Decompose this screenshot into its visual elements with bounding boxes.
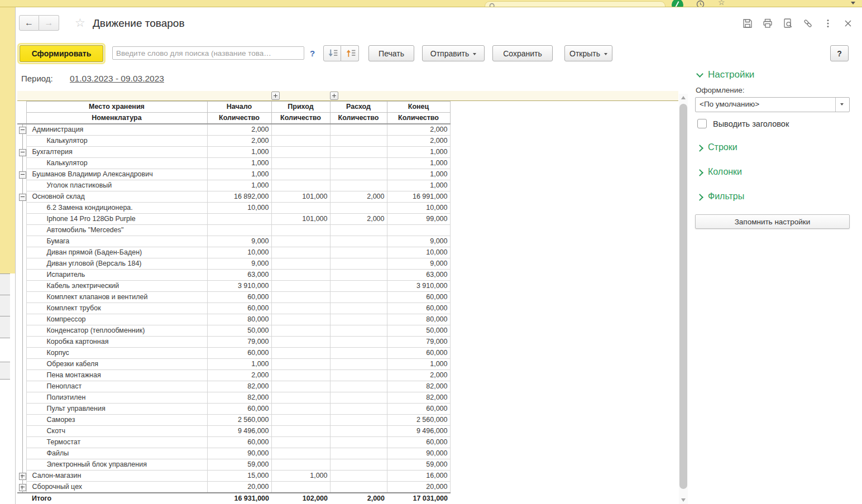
cell-name[interactable]: Бухгалтерия: [26, 147, 207, 158]
history-icon[interactable]: [696, 0, 705, 7]
cell-value[interactable]: [271, 225, 330, 236]
topbar-menu-caret-icon[interactable]: [851, 2, 855, 4]
cell-value[interactable]: [330, 459, 387, 471]
cell-value[interactable]: [330, 437, 387, 448]
cell-name[interactable]: Коробка картонная: [26, 337, 207, 348]
cell-value[interactable]: 60,000: [387, 348, 450, 359]
cell-value[interactable]: [330, 136, 387, 147]
cell-name[interactable]: Кабель электрический: [26, 281, 207, 292]
cell-name[interactable]: Диван угловой (Версаль 184): [26, 258, 207, 270]
cell-name[interactable]: Автомобиль "Mercedes": [26, 225, 207, 236]
cell-name[interactable]: Пена монтажная: [26, 370, 207, 381]
cell-value[interactable]: [330, 147, 387, 158]
cell-name[interactable]: Компрессор: [26, 314, 207, 325]
cell-value[interactable]: 3 910,000: [387, 281, 450, 292]
cell-name[interactable]: Испаритель: [26, 270, 207, 281]
cell-value[interactable]: 9,000: [387, 236, 450, 247]
checkbox-box[interactable]: [697, 119, 707, 128]
cell-value[interactable]: 60,000: [387, 292, 450, 303]
cell-value[interactable]: [271, 381, 330, 392]
settings-section-rows[interactable]: Строки: [697, 142, 738, 152]
cell-value[interactable]: [271, 314, 330, 325]
cell-value[interactable]: 63,000: [207, 270, 271, 281]
cell-value[interactable]: [271, 359, 330, 370]
cell-value[interactable]: 2,000: [207, 136, 271, 147]
cell-value[interactable]: 1,000: [207, 180, 271, 191]
cell-value[interactable]: [271, 236, 330, 247]
cell-value[interactable]: [271, 415, 330, 426]
cell-value[interactable]: 60,000: [207, 292, 271, 303]
favorites-icon[interactable]: ☆: [718, 0, 725, 7]
notifications-badge-icon[interactable]: [672, 0, 683, 7]
cell-value[interactable]: 1,000: [207, 359, 271, 370]
cell-value[interactable]: 82,000: [207, 392, 271, 404]
cell-value[interactable]: [271, 180, 330, 191]
scroll-up-arrow[interactable]: [681, 96, 686, 99]
scroll-thumb[interactable]: [679, 104, 687, 489]
cell-name[interactable]: Комплект клапанов и вентилей: [26, 292, 207, 303]
cell-value[interactable]: 9 496,000: [387, 426, 450, 437]
cell-value[interactable]: [271, 292, 330, 303]
cell-value[interactable]: [271, 482, 330, 493]
cell-value[interactable]: [330, 292, 387, 303]
cell-value[interactable]: [330, 258, 387, 270]
cell-value[interactable]: 1,000: [271, 471, 330, 482]
sort-ascending-button[interactable]: [341, 45, 359, 61]
total-value[interactable]: 16 931,000: [207, 493, 271, 504]
total-value[interactable]: 102,000: [271, 493, 330, 504]
cell-value[interactable]: [271, 136, 330, 147]
cell-value[interactable]: [271, 270, 330, 281]
cell-value[interactable]: 16 892,000: [207, 191, 271, 203]
expand-group-button[interactable]: [19, 473, 26, 480]
cell-value[interactable]: [271, 404, 330, 415]
cell-value[interactable]: 16,000: [387, 471, 450, 482]
cell-value[interactable]: 79,000: [387, 337, 450, 348]
cell-value[interactable]: 79,000: [207, 337, 271, 348]
cell-value[interactable]: [271, 448, 330, 459]
cell-value[interactable]: 2,000: [330, 214, 387, 225]
search-help-link[interactable]: ?: [310, 49, 315, 58]
cell-value[interactable]: [330, 426, 387, 437]
cell-value[interactable]: 60,000: [207, 348, 271, 359]
cell-name[interactable]: Сборочный цех: [26, 482, 207, 493]
cell-value[interactable]: 82,000: [387, 392, 450, 404]
cell-value[interactable]: 90,000: [207, 448, 271, 459]
cell-value[interactable]: [330, 471, 387, 482]
vertical-scrollbar[interactable]: [679, 94, 688, 504]
settings-header[interactable]: Настройки: [697, 69, 754, 80]
cell-name[interactable]: Калькулятор: [26, 158, 207, 169]
cell-value[interactable]: 9,000: [387, 258, 450, 270]
cell-value[interactable]: 1,000: [387, 180, 450, 191]
back-button[interactable]: ←: [19, 15, 39, 31]
total-label[interactable]: Итого: [26, 493, 207, 504]
cell-value[interactable]: [330, 124, 387, 136]
cell-value[interactable]: 101,000: [271, 214, 330, 225]
cell-name[interactable]: Саморез: [26, 415, 207, 426]
cell-value[interactable]: [330, 158, 387, 169]
cell-value[interactable]: [271, 203, 330, 214]
cell-value[interactable]: 99,000: [387, 214, 450, 225]
cell-name[interactable]: Уголок пластиковый: [26, 180, 207, 191]
cell-value[interactable]: [207, 214, 271, 225]
cell-name[interactable]: Администрация: [26, 124, 207, 136]
cell-value[interactable]: [330, 169, 387, 180]
cell-value[interactable]: [271, 325, 330, 337]
expand-column-group-button[interactable]: [271, 92, 280, 100]
appearance-select-caret[interactable]: [835, 98, 849, 112]
cell-value[interactable]: 60,000: [387, 404, 450, 415]
cell-value[interactable]: [330, 270, 387, 281]
cell-value[interactable]: 2,000: [207, 370, 271, 381]
total-value[interactable]: 2,000: [330, 493, 387, 504]
cell-value[interactable]: [271, 281, 330, 292]
cell-value[interactable]: 101,000: [271, 191, 330, 203]
expand-column-group-button[interactable]: [330, 92, 338, 100]
cell-name[interactable]: Обрезки кабеля: [26, 359, 207, 370]
total-value[interactable]: 17 031,000: [387, 493, 450, 504]
cell-value[interactable]: [330, 348, 387, 359]
cell-name[interactable]: Термостат: [26, 437, 207, 448]
cell-value[interactable]: 10,000: [207, 203, 271, 214]
cell-name[interactable]: Калькулятор: [26, 136, 207, 147]
cell-value[interactable]: [330, 482, 387, 493]
cell-name[interactable]: Iphone 14 Pro 128Gb Purple: [26, 214, 207, 225]
cell-value[interactable]: [330, 381, 387, 392]
